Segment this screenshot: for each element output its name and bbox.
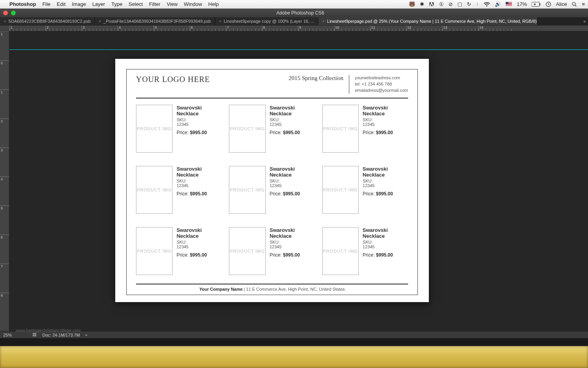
- menu-layer[interactable]: Layer: [92, 1, 105, 7]
- tab-label: Linesheet9perpage.psd @ 25% (Your Compan…: [327, 19, 537, 24]
- price-value: $995.00: [376, 130, 393, 135]
- close-icon[interactable]: ×: [99, 19, 101, 24]
- product-image-placeholder: PRODUCT IMG: [136, 105, 172, 153]
- product-image-placeholder: PRODUCT IMG: [229, 227, 265, 275]
- product-image-placeholder: PRODUCT IMG: [229, 166, 265, 214]
- contact-email: emailadress@yourmail.com: [355, 87, 408, 94]
- bluetooth-icon[interactable]: ᚼ: [476, 1, 479, 7]
- sku-label: SKU:: [270, 117, 280, 122]
- menu-help[interactable]: Help: [208, 1, 219, 7]
- svg-rect-5: [35, 333, 36, 334]
- menu-filter[interactable]: Filter: [149, 1, 160, 7]
- menu-extras-icon[interactable]: ≡: [582, 1, 585, 7]
- spotlight-icon[interactable]: [572, 2, 577, 7]
- price-label: Price:: [176, 191, 189, 197]
- product-image-placeholder: PRODUCT IMG: [136, 166, 172, 214]
- document-tab[interactable]: ×5DA6854223CBB8F3A8438408193C2.psb: [0, 17, 95, 25]
- contact-block: yourwebsiteadress.com tel: +1 234 456 78…: [349, 75, 408, 94]
- product-item: PRODUCT IMGSwarovski NecklaceSKU:12345Pr…: [322, 227, 408, 280]
- ruler-tick: 12: [406, 26, 442, 31]
- bottom-strip: [0, 346, 588, 368]
- price-label: Price:: [176, 130, 189, 135]
- ruler-tick: 2: [45, 26, 82, 31]
- menu-window[interactable]: Window: [184, 1, 202, 7]
- price-value: $995.00: [376, 191, 393, 197]
- product-item: PRODUCT IMGSwarovski NecklaceSKU:12345Pr…: [136, 166, 222, 219]
- clock-check-icon[interactable]: ⊘: [448, 1, 453, 7]
- menu-image[interactable]: Image: [72, 1, 86, 7]
- doc-info[interactable]: Doc: 24.1M/173.7M: [42, 333, 80, 337]
- price-value: $995.00: [190, 191, 207, 197]
- one-icon[interactable]: ①: [439, 1, 444, 7]
- ruler-tick: 8: [262, 26, 298, 31]
- sku-value: 12345: [176, 244, 189, 249]
- ruler-tick: 9: [298, 26, 334, 31]
- vertical-ruler[interactable]: 1 0 1 2 3 4 5 6 7 8: [0, 31, 9, 338]
- chevron-right-icon[interactable]: ▸: [85, 332, 88, 337]
- menu-file[interactable]: File: [42, 1, 51, 7]
- document-tab-active[interactable]: ×Linesheet9perpage.psd @ 25% (Your Compa…: [318, 17, 538, 25]
- product-image-placeholder: PRODUCT IMG: [322, 105, 359, 153]
- close-icon[interactable]: ×: [4, 19, 6, 24]
- expose-icon[interactable]: [32, 332, 37, 338]
- product-item: PRODUCT IMGSwarovski NecklaceSKU:12345Pr…: [322, 105, 408, 157]
- airplay-icon[interactable]: ▢: [457, 1, 462, 7]
- wifi-icon[interactable]: [484, 2, 490, 7]
- ruler-tick: 4: [0, 177, 9, 206]
- close-icon[interactable]: ×: [322, 19, 325, 24]
- menu-select[interactable]: Select: [129, 1, 143, 7]
- contact-web: yourwebsiteadress.com: [355, 75, 408, 81]
- svg-rect-4: [33, 333, 34, 334]
- time-machine-icon[interactable]: ↻: [467, 1, 471, 7]
- product-name: Swarovski Necklace: [270, 227, 315, 239]
- zoom-level[interactable]: 25%: [3, 333, 27, 337]
- product-name: Swarovski Necklace: [270, 166, 315, 178]
- ruler-tick: 3: [0, 148, 9, 177]
- menu-type[interactable]: Type: [111, 1, 122, 7]
- document-tab[interactable]: ×_PostaFile13A406B399341843B83F3F858F993…: [95, 17, 215, 25]
- price-label: Price:: [363, 252, 375, 258]
- svg-rect-6: [33, 335, 34, 336]
- adobe-icon[interactable]: [429, 2, 434, 7]
- sku-label: SKU:: [176, 240, 187, 244]
- sku-value: 12345: [270, 244, 282, 249]
- canvas-area[interactable]: YOUR LOGO HERE 2015 Spring Collection yo…: [9, 31, 588, 338]
- price-label: Price:: [270, 130, 282, 135]
- horizontal-ruler[interactable]: 1 2 3 4 5 6 7 8 9 10 11 12 13 14: [0, 25, 588, 31]
- product-item: PRODUCT IMGSwarovski NecklaceSKU:12345Pr…: [229, 105, 315, 157]
- flag-icon[interactable]: [506, 2, 512, 6]
- product-image-placeholder: PRODUCT IMG: [322, 166, 359, 214]
- close-icon[interactable]: ×: [219, 19, 221, 24]
- ruler-tick: 14: [478, 26, 514, 31]
- menu-view[interactable]: View: [167, 1, 178, 7]
- document-canvas[interactable]: YOUR LOGO HERE 2015 Spring Collection yo…: [115, 59, 429, 302]
- document-tab[interactable]: ×Linesheet9perpage copy @ 100% (Layer 16…: [215, 17, 319, 25]
- footer-address: 11 E Commerce Ave, High Point, NC, Unite…: [246, 287, 345, 291]
- photoshop-window: Adobe Photoshop CS6 ×5DA6854223CBB8F3A84…: [0, 9, 588, 338]
- tab-overflow-button[interactable]: »: [581, 19, 588, 24]
- ruler-tick: 8: [0, 293, 9, 322]
- contact-tel: tel: +1 234 456 788: [355, 81, 408, 87]
- ruler-tick: 6: [0, 235, 9, 264]
- battery-icon[interactable]: [532, 2, 541, 7]
- bear-icon[interactable]: 🐻: [409, 1, 415, 7]
- app-name[interactable]: Photoshop: [9, 1, 36, 7]
- zoom-window-button[interactable]: [11, 11, 16, 15]
- clock-icon[interactable]: [546, 2, 551, 7]
- volume-icon[interactable]: 🔊: [495, 1, 501, 7]
- footer-sep: |: [243, 287, 246, 291]
- document-tabbar: ×5DA6854223CBB8F3A8438408193C2.psb ×_Pos…: [0, 17, 588, 25]
- ruler-tick: 1: [9, 26, 45, 31]
- tab-label: _PostaFile13A406B399341843B83F3F858F9936…: [103, 19, 211, 24]
- sync-icon[interactable]: ✱: [420, 1, 424, 7]
- price-label: Price:: [363, 130, 375, 135]
- close-window-button[interactable]: [3, 11, 8, 15]
- sku-label: SKU:: [176, 117, 187, 122]
- price-value: $995.00: [283, 130, 300, 135]
- svg-rect-7: [35, 335, 36, 336]
- sku-value: 12345: [176, 183, 189, 188]
- username[interactable]: Alice: [556, 1, 567, 7]
- watermark-text: www.heritagechristiancollege.com: [16, 328, 81, 333]
- menu-edit[interactable]: Edit: [57, 1, 65, 7]
- horizontal-guide[interactable]: [9, 49, 588, 50]
